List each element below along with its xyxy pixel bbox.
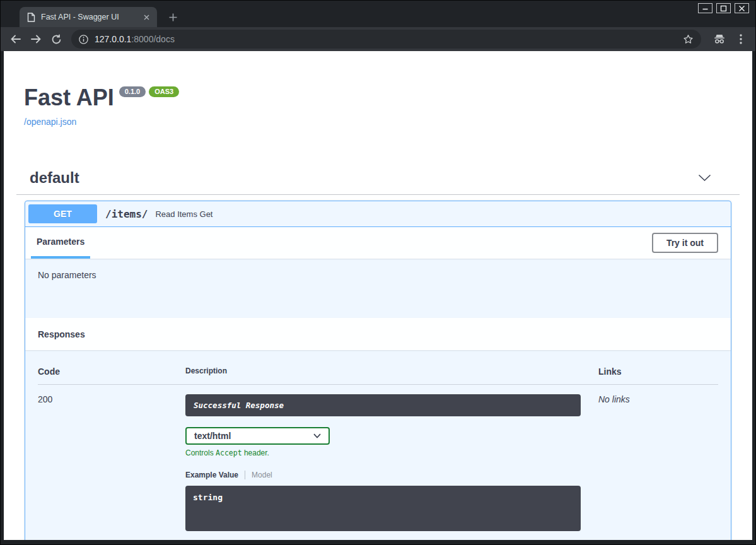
response-row-200: 200 Successful Response text/html xyxy=(38,385,718,531)
parameters-header: Parameters Try it out xyxy=(25,227,731,259)
responses-body: Code Description Links 200 Successful Re… xyxy=(25,350,731,540)
forward-icon[interactable] xyxy=(27,30,45,48)
note-code: Accept xyxy=(216,448,242,457)
media-type-value: text/html xyxy=(194,431,231,441)
version-badge: 0.1.0 xyxy=(119,86,146,97)
http-method-badge[interactable]: GET xyxy=(28,204,97,223)
opblock-get-items: GET /items/ Read Items Get Parameters Tr… xyxy=(25,201,731,540)
tab-parameters[interactable]: Parameters xyxy=(31,227,90,259)
parameters-body: No parameters xyxy=(25,259,731,318)
operation-summary[interactable]: GET /items/ Read Items Get xyxy=(25,201,731,227)
no-parameters-text: No parameters xyxy=(38,270,96,280)
example-value-box: string xyxy=(185,486,581,531)
column-header-links: Links xyxy=(598,366,718,377)
tag-header-default[interactable]: default xyxy=(16,165,740,195)
url-text[interactable]: 127.0.0.1:8000/docs xyxy=(95,34,683,44)
tab-model[interactable]: Model xyxy=(245,471,272,479)
note-suffix: header. xyxy=(242,448,269,457)
response-description-text: Successful Response xyxy=(194,401,284,410)
tag-name: default xyxy=(30,169,79,187)
api-info-section: Fast API0.1.0OAS3 /openapi.json xyxy=(4,51,752,127)
new-tab-button[interactable] xyxy=(166,10,180,24)
try-it-out-button[interactable]: Try it out xyxy=(652,233,718,253)
responses-table-header: Code Description Links xyxy=(38,356,718,385)
back-icon[interactable] xyxy=(7,30,25,48)
browser-window: Fast API - Swagger UI xyxy=(0,0,756,545)
response-description-box: Successful Response xyxy=(185,394,581,416)
browser-titlebar: Fast API - Swagger UI xyxy=(1,1,755,27)
browser-toolbar: 127.0.0.1:8000/docs xyxy=(1,27,755,51)
close-window-button[interactable] xyxy=(735,3,749,13)
bookmark-star-icon[interactable] xyxy=(683,34,694,45)
window-controls xyxy=(698,3,749,13)
column-header-code: Code xyxy=(38,366,185,377)
api-badges: 0.1.0OAS3 xyxy=(119,86,179,97)
maximize-button[interactable] xyxy=(716,3,731,13)
url-host: 127.0.0.1 xyxy=(95,34,131,44)
oas3-badge: OAS3 xyxy=(149,86,179,97)
openapi-spec-link[interactable]: /openapi.json xyxy=(24,117,76,127)
site-info-icon[interactable] xyxy=(79,35,88,44)
url-path: :8000/docs xyxy=(131,34,175,44)
reload-icon[interactable] xyxy=(47,30,65,48)
example-value-text: string xyxy=(193,493,223,502)
page-favicon-document-icon xyxy=(27,13,35,22)
minimize-button[interactable] xyxy=(698,3,712,13)
tab-example-value[interactable]: Example Value xyxy=(185,471,245,479)
chevron-down-icon[interactable] xyxy=(698,174,711,182)
responses-header: Responses xyxy=(25,318,731,350)
select-chevron-icon xyxy=(313,433,321,438)
operation-description: Read Items Get xyxy=(155,209,212,219)
tab-title: Fast API - Swagger UI xyxy=(41,13,141,21)
tab-close-icon[interactable] xyxy=(141,11,152,23)
note-prefix: Controls xyxy=(185,448,216,457)
example-model-tabs: Example Value Model xyxy=(185,471,598,479)
browser-tab[interactable]: Fast API - Swagger UI xyxy=(20,7,157,27)
response-description-cell: Successful Response text/html Controls A… xyxy=(185,394,598,531)
column-header-description: Description xyxy=(185,366,598,377)
accept-header-note: Controls Accept header. xyxy=(185,448,598,457)
api-title: Fast API xyxy=(24,85,114,110)
responses-heading: Responses xyxy=(38,329,85,339)
operation-path: /items/ xyxy=(105,208,148,220)
url-bar[interactable]: 127.0.0.1:8000/docs xyxy=(71,30,701,49)
swagger-page: Fast API0.1.0OAS3 /openapi.json default … xyxy=(4,51,752,540)
response-code: 200 xyxy=(38,394,185,531)
tag-section: default GET /items/ Read Items Get Param… xyxy=(16,165,740,540)
media-type-select[interactable]: text/html xyxy=(185,427,330,445)
incognito-icon xyxy=(711,31,728,47)
response-links-cell: No links xyxy=(598,394,718,531)
menu-kebab-icon[interactable] xyxy=(733,31,749,47)
